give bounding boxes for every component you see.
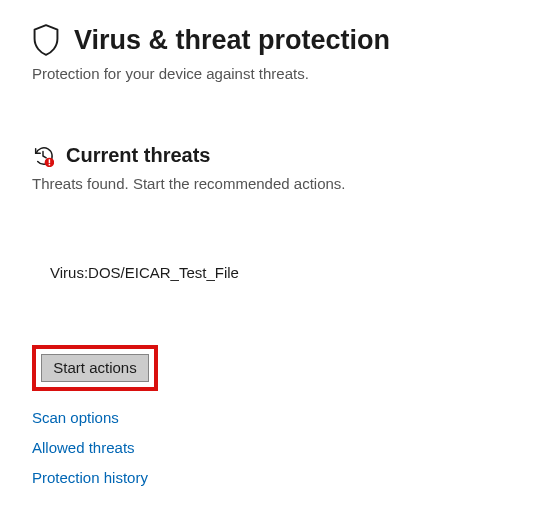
page-subtitle: Protection for your device against threa… bbox=[32, 65, 528, 82]
protection-history-link[interactable]: Protection history bbox=[32, 469, 528, 486]
shield-icon bbox=[32, 24, 60, 56]
page-header: Virus & threat protection bbox=[32, 24, 528, 56]
svg-rect-2 bbox=[49, 163, 50, 164]
svg-rect-1 bbox=[49, 159, 50, 163]
threat-name: Virus:DOS/EICAR_Test_File bbox=[50, 264, 528, 281]
section-title: Current threats bbox=[66, 144, 210, 167]
links-list: Scan options Allowed threats Protection … bbox=[32, 409, 528, 486]
history-alert-icon bbox=[32, 145, 54, 167]
scan-options-link[interactable]: Scan options bbox=[32, 409, 528, 426]
highlight-box: Start actions bbox=[32, 345, 158, 391]
allowed-threats-link[interactable]: Allowed threats bbox=[32, 439, 528, 456]
section-subtitle: Threats found. Start the recommended act… bbox=[32, 175, 528, 192]
page-title: Virus & threat protection bbox=[74, 25, 390, 56]
start-actions-button[interactable]: Start actions bbox=[41, 354, 149, 382]
section-header: Current threats bbox=[32, 144, 528, 167]
